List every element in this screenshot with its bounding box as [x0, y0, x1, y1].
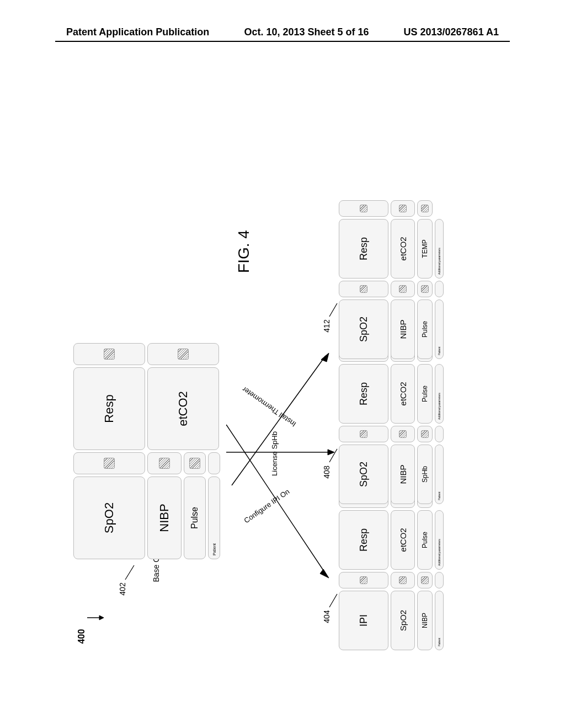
ref-400: 400 [77, 629, 87, 644]
tile-pulse-412: Pulse [417, 299, 433, 359]
tile-resp: Resp [73, 367, 145, 450]
tile-nibp-408: NIBP [391, 445, 415, 504]
ref-404: 404 [322, 610, 331, 623]
tile-pulse: Pulse [184, 477, 206, 559]
tile-spo2-412: SpO2 [339, 299, 388, 359]
ref-408: 408 [322, 465, 331, 478]
tile-etco2-412: etCO2 [391, 219, 415, 279]
arrow-400 [87, 615, 104, 620]
tile-nibp-404: NIBP [417, 591, 433, 650]
header-center: Oct. 10, 2013 Sheet 5 of 16 [244, 26, 369, 38]
btn-resp-412 [339, 200, 388, 217]
btn-temp-412 [417, 200, 433, 217]
btn-sphb-408 [417, 426, 433, 442]
svg-line-11 [329, 303, 337, 317]
tile-ipi: IPI [339, 591, 388, 650]
svg-marker-4 [320, 569, 329, 578]
device-402: SpO2 NIBP Pulse Patient Resp etCO2 [73, 343, 220, 559]
tile-patient-408: Patient [435, 445, 444, 504]
leader-402 [124, 564, 135, 581]
tile-pulse-404: Pulse [417, 510, 433, 570]
tile-patient-412: Patient [435, 299, 444, 359]
tile-resp-412: Resp [339, 219, 388, 279]
btn-etco2-412 [391, 200, 415, 217]
svg-line-10 [329, 449, 337, 462]
tile-resp-404: Resp [339, 510, 388, 570]
tile-spo2-408: SpO2 [339, 445, 388, 504]
tile-patient-404: Patient [435, 591, 444, 650]
figure-4: 400 Base Configuration 402 SpO2 NIBP Pul… [83, 77, 491, 673]
btn-nibp-404 [417, 572, 433, 588]
tile-addl-404: Additional parameters [435, 510, 444, 570]
leader-412 [328, 302, 338, 318]
tile-pulse-408: Pulse [417, 364, 433, 424]
btn-spo2-412 [339, 281, 388, 297]
btn-spo2 [73, 452, 145, 474]
svg-line-9 [329, 594, 337, 607]
btn-ipi [339, 572, 388, 588]
header-right: US 2013/0267861 A1 [404, 26, 499, 38]
tile-etco2-404: etCO2 [391, 510, 415, 570]
svg-line-2 [125, 565, 134, 580]
header-rule [55, 41, 510, 42]
btn-nibp-412 [391, 281, 415, 297]
tile-patient: Patient [208, 477, 220, 559]
svg-line-7 [232, 356, 326, 485]
ref-412: 412 [322, 319, 331, 332]
tile-etco2-408: etCO2 [391, 364, 415, 424]
btn-patient [208, 452, 220, 474]
figure-caption: FIG. 4 [235, 230, 253, 273]
btn-pulse [184, 452, 206, 474]
svg-marker-1 [99, 615, 104, 620]
ref-402: 402 [118, 582, 127, 595]
action-sphb: License SpHb [270, 431, 279, 476]
tile-sphb-408: SpHb [417, 445, 433, 504]
leader-408 [328, 448, 338, 463]
device-404: IPI SpO2 NIBP Patient Resp etCO2 Pulse A… [339, 491, 444, 650]
tile-nibp-412: NIBP [391, 299, 415, 359]
btn-spo2-408 [339, 426, 388, 442]
tile-temp-412: TEMP [417, 219, 433, 279]
btn-nibp [147, 452, 182, 474]
tile-resp-408: Resp [339, 364, 388, 424]
btn-resp [73, 343, 145, 365]
btn-nibp-408 [391, 426, 415, 442]
tile-etco2: etCO2 [147, 367, 219, 450]
tile-spo2: SpO2 [73, 477, 145, 559]
tile-addl-408: Additional parameters [435, 364, 444, 424]
header-left: Patent Application Publication [66, 26, 209, 38]
tile-spo2-404: SpO2 [391, 591, 415, 650]
tile-addl-412: Additional parameters [435, 219, 444, 279]
btn-pulse-412 [417, 281, 433, 297]
leader-404 [328, 593, 338, 608]
device-412: SpO2 NIBP Pulse Patient Resp etCO2 TEMP … [339, 200, 444, 359]
btn-etco2 [147, 343, 219, 365]
device-408: SpO2 NIBP SpHb Patient Resp etCO2 Pulse … [339, 345, 444, 504]
btn-patient-408 [435, 426, 444, 442]
btn-spo2-404 [391, 572, 415, 588]
page-header: Patent Application Publication Oct. 10, … [0, 26, 565, 38]
btn-patient-412 [435, 281, 444, 297]
tile-nibp: NIBP [147, 477, 182, 559]
btn-patient-404 [435, 572, 444, 588]
